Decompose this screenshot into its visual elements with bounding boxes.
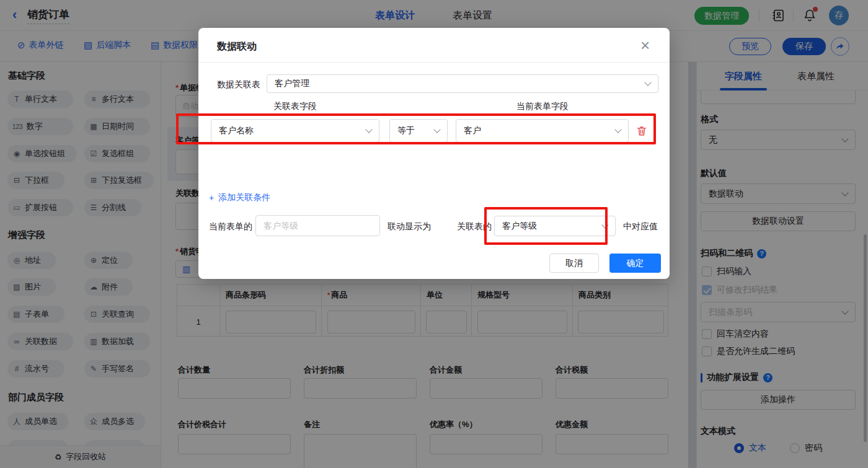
chevron-down-icon <box>365 126 372 133</box>
condition-field-select[interactable]: 客户名称 <box>211 119 379 143</box>
add-condition-link[interactable]: +添加关联条件 <box>209 192 270 203</box>
col-header-current-field: 当前表单字段 <box>516 101 569 112</box>
col-header-linked-field: 关联表字段 <box>273 101 317 112</box>
current-form-prefix: 当前表单的 <box>209 221 252 232</box>
data-linkage-modal: 数据联动 × 数据关联表 客户管理 关联表字段 当前表单字段 客户名称 等于 客… <box>198 28 670 279</box>
linked-table-prefix: 关联表的 <box>457 221 492 232</box>
table-select-label: 数据关联表 <box>217 79 260 91</box>
modal-header-divider <box>198 62 670 63</box>
condition-target-select[interactable]: 客户 <box>456 119 629 143</box>
confirm-button[interactable]: 确定 <box>609 254 661 273</box>
chevron-down-icon <box>644 79 651 86</box>
current-field-input[interactable] <box>255 215 380 236</box>
plus-icon: + <box>209 193 214 203</box>
cancel-button[interactable]: 取消 <box>549 254 599 273</box>
suffix-label: 中对应值 <box>623 221 658 232</box>
app: ‹ 销货订单 表单设计 表单设置 数据管理 存 ⊘表单外链 ▧后端脚本 ▤数据权… <box>0 0 868 468</box>
delete-condition-icon[interactable] <box>636 125 648 139</box>
chevron-down-icon <box>433 126 440 133</box>
display-as-label: 联动显示为 <box>388 221 431 232</box>
chevron-down-icon <box>614 126 621 133</box>
chevron-down-icon <box>601 221 608 228</box>
condition-operator-select[interactable]: 等于 <box>389 119 448 143</box>
modal-title: 数据联动 <box>217 40 257 53</box>
linked-field-select[interactable]: 客户等级 <box>494 216 616 236</box>
linked-table-select[interactable]: 客户管理 <box>267 74 658 93</box>
close-icon[interactable]: × <box>640 37 650 53</box>
